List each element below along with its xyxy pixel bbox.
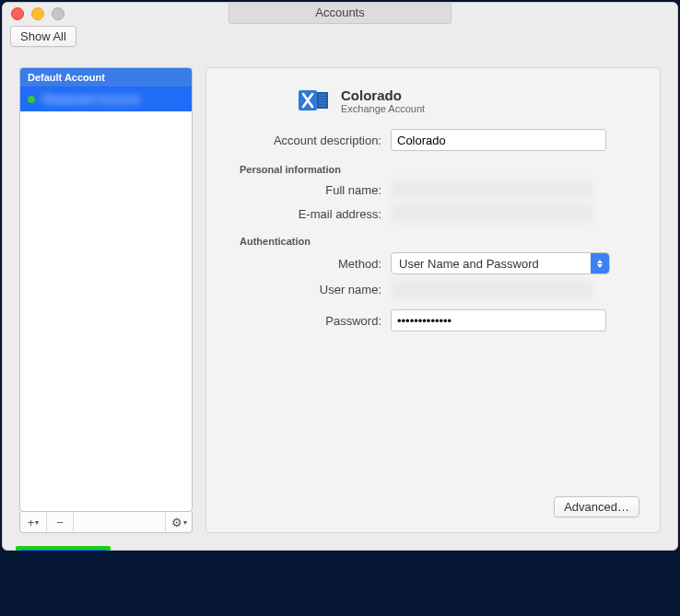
accounts-sidebar: Default Account Redacted Account + ▾ − ⚙… [19, 67, 193, 533]
account-actions-button[interactable]: ⚙ ▾ [165, 512, 192, 532]
method-label: Method: [227, 257, 381, 271]
plus-icon: + [28, 516, 35, 529]
user-name-value [391, 280, 593, 298]
accounts-window: Accounts Show All Default Account Redact… [2, 2, 678, 551]
full-name-value [391, 180, 593, 199]
window-controls [11, 7, 64, 20]
tutorial-highlight: Exchange… [16, 546, 111, 551]
account-name: Redacted Account [42, 92, 140, 106]
chevron-down-icon: ▾ [183, 518, 187, 527]
show-all-button[interactable]: Show All [10, 26, 76, 47]
password-input[interactable] [391, 309, 606, 331]
description-label: Account description: [227, 134, 381, 147]
add-account-menu-wrap: Exchange… Other Email… Directory Service… [16, 546, 111, 551]
exchange-icon [299, 85, 330, 116]
remove-account-button[interactable]: − [47, 512, 74, 532]
authentication-label: Authentication [240, 236, 639, 247]
chevron-down-icon: ▾ [35, 518, 39, 527]
account-header: Colorado Exchange Account [299, 85, 639, 116]
content-area: Default Account Redacted Account + ▾ − ⚙… [19, 67, 661, 533]
full-name-label: Full name: [227, 183, 381, 197]
method-value: User Name and Password [399, 257, 539, 271]
email-value [391, 204, 593, 223]
account-subtitle: Exchange Account [341, 103, 425, 114]
select-caret-icon [591, 253, 609, 273]
email-label: E-mail address: [227, 207, 381, 221]
gear-icon: ⚙ [171, 516, 182, 529]
account-list[interactable]: Default Account Redacted Account [19, 67, 193, 512]
menu-item-exchange[interactable]: Exchange… [19, 550, 107, 551]
minimize-window-icon[interactable] [31, 7, 44, 20]
personal-info-label: Personal information [240, 164, 639, 175]
password-label: Password: [227, 314, 381, 328]
account-group-header: Default Account [20, 68, 192, 87]
status-dot-icon [28, 96, 35, 103]
close-window-icon[interactable] [11, 7, 24, 20]
titlebar[interactable]: Accounts [3, 3, 677, 23]
method-select[interactable]: User Name and Password [391, 252, 610, 274]
add-account-button[interactable]: + ▾ [20, 512, 47, 532]
account-list-item[interactable]: Redacted Account [20, 87, 192, 111]
minus-icon: − [56, 516, 64, 529]
description-input[interactable] [391, 129, 606, 151]
account-detail-pane: Colorado Exchange Account Account descri… [205, 67, 661, 533]
toolbar: Show All [3, 23, 677, 56]
zoom-window-icon [52, 7, 64, 20]
sidebar-footer: + ▾ − ⚙ ▾ [19, 512, 193, 533]
user-name-label: User name: [227, 283, 381, 296]
advanced-button[interactable]: Advanced… [554, 496, 639, 517]
window-title: Accounts [229, 3, 451, 24]
account-title: Colorado [341, 87, 425, 103]
